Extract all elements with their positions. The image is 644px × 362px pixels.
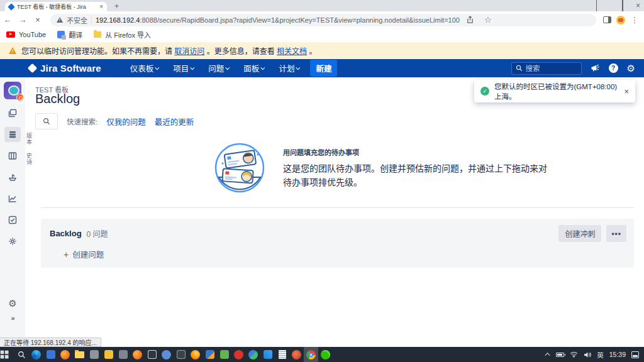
folder-icon <box>75 351 84 358</box>
section-divider <box>41 207 634 208</box>
backlog-empty-state: 用问题填充您的待办事项 这是您的团队待办事项。创建并预估新的问题，并通过上下拖动… <box>214 142 553 194</box>
start-button[interactable] <box>0 347 14 362</box>
jira-search-box[interactable] <box>511 62 582 75</box>
filter-only-my-issues[interactable]: 仅我的问题 <box>106 116 146 128</box>
new-tab-button[interactable]: + <box>114 2 119 11</box>
back-icon[interactable]: ← <box>0 15 15 25</box>
active-sprints-icon[interactable] <box>4 148 21 163</box>
security-chip-label[interactable]: 不安全 <box>67 15 87 25</box>
file-explorer[interactable] <box>72 347 87 362</box>
banner-text: 您可以临时访问管理功能。如果不再需要，请 取消访问 。更多信息，请查看 相关文档… <box>21 45 316 56</box>
backlog-section-title[interactable]: Backlog <box>50 229 82 238</box>
battery-icon[interactable] <box>556 353 564 357</box>
create-sprint-button[interactable]: 创建冲刺 <box>558 225 601 242</box>
side-panel-icon[interactable] <box>600 16 614 23</box>
window-close-button[interactable]: × <box>636 2 640 9</box>
gray-app-2[interactable] <box>116 347 130 362</box>
quick-search-input[interactable] <box>35 113 58 129</box>
project-avatar[interactable] <box>4 82 21 99</box>
project-settings-icon[interactable]: ⚙ <box>8 298 16 309</box>
vscode-app[interactable] <box>260 347 275 362</box>
create-button[interactable]: 新建 <box>310 60 337 77</box>
forward-icon[interactable]: → <box>15 15 30 25</box>
tab-close-icon[interactable]: × <box>99 4 103 10</box>
backlog-icon[interactable] <box>4 127 21 142</box>
more-actions-button[interactable]: ••• <box>606 225 626 242</box>
url-text[interactable]: 192.168.192.4:8088/secure/RapidBoard.jsp… <box>96 16 460 24</box>
red-bird-icon <box>292 350 301 359</box>
dark-do-app[interactable] <box>145 347 159 362</box>
extension-icon[interactable] <box>614 16 628 25</box>
clock[interactable]: 15:39 <box>609 351 626 358</box>
expand-sidebar-icon[interactable]: » <box>11 314 14 322</box>
jira-logo[interactable]: Jira Software <box>29 63 101 74</box>
red-app[interactable] <box>231 347 246 362</box>
wechat-app[interactable] <box>318 347 333 362</box>
releases-icon[interactable] <box>4 170 21 185</box>
boards-stack-icon[interactable] <box>4 106 21 121</box>
stop-loading-icon[interactable]: × <box>30 15 45 25</box>
firefox-app[interactable] <box>188 347 203 362</box>
notepad-app[interactable] <box>275 347 289 362</box>
edge-app[interactable] <box>29 347 43 362</box>
blue-app-2[interactable] <box>159 347 174 362</box>
create-issue-link[interactable]: + 创建问题 <box>64 248 104 260</box>
red-bird-app[interactable] <box>289 347 304 362</box>
feedback-megaphone-icon[interactable] <box>591 64 600 72</box>
taskbar-search-button[interactable] <box>14 347 29 362</box>
orange-app-2[interactable] <box>130 347 145 362</box>
menu-issues[interactable]: 问题 <box>208 62 230 74</box>
menu-boards[interactable]: 面板 <box>243 62 265 74</box>
blue-orange-app[interactable] <box>203 347 217 362</box>
bookmark-translate[interactable]: 翻译 <box>57 30 82 40</box>
help-icon[interactable]: ? <box>609 63 618 73</box>
yellow-app[interactable] <box>101 347 116 362</box>
blue-orange-app-icon <box>206 350 214 359</box>
action-center-icon[interactable] <box>631 351 639 358</box>
browser-toolbar: ← → × 不安全 192.168.192.4:8088/secure/Rapi… <box>0 11 644 28</box>
menu-plans[interactable]: 计划 <box>279 62 300 74</box>
gray-app-1[interactable] <box>87 347 101 362</box>
components-icon[interactable] <box>4 234 21 249</box>
share-icon[interactable] <box>464 16 477 24</box>
menu-projects[interactable]: 项目 <box>173 62 194 74</box>
related-docs-link[interactable]: 相关文档 <box>277 47 307 56</box>
cancel-access-link[interactable]: 取消访问 <box>174 47 204 56</box>
filter-recently-updated[interactable]: 最近的更新 <box>155 116 194 128</box>
menu-dashboards[interactable]: 仪表板 <box>130 62 160 74</box>
blue-green-app[interactable] <box>246 347 260 362</box>
page-title: Backlog <box>35 92 80 106</box>
do-app-icon <box>148 350 157 359</box>
window-maximize-button[interactable] <box>622 0 623 11</box>
address-bar[interactable]: 不安全 192.168.192.4:8088/secure/RapidBoard… <box>50 14 596 26</box>
settings-gear-icon[interactable]: ⚙ <box>627 63 635 73</box>
jira-search-input[interactable] <box>526 65 576 72</box>
tab-search-chevron-icon[interactable] <box>596 0 597 11</box>
versions-panel-tab[interactable]: 版本 <box>25 133 33 145</box>
green-app[interactable] <box>217 347 231 362</box>
toast-close-icon[interactable]: × <box>624 87 629 96</box>
gray-app-icon <box>90 350 99 359</box>
bookmark-star-icon[interactable]: ☆ <box>481 15 495 25</box>
yellow-app-icon <box>104 350 113 359</box>
bookmark-firefox-import[interactable]: 从 Firefox 导入 <box>94 30 151 40</box>
browser-menu-icon[interactable]: ⋮ <box>628 16 641 25</box>
issues-icon[interactable] <box>4 212 21 228</box>
tab-title: TEST 看板 - 敏捷看板 - Jira <box>17 3 96 11</box>
speaker-icon[interactable] <box>584 351 591 358</box>
reports-icon[interactable] <box>4 191 21 206</box>
chrome-app-active[interactable] <box>304 347 318 362</box>
blue-app[interactable] <box>43 347 58 362</box>
tray-expand-chevron-icon[interactable] <box>545 353 550 358</box>
youtube-icon <box>6 31 15 38</box>
chevron-down-icon <box>226 65 230 70</box>
empty-backlog-illustration <box>214 142 265 194</box>
input-language-indicator[interactable]: 英 <box>597 350 604 359</box>
backlog-issue-count: 0 问题 <box>87 228 108 239</box>
epics-panel-tab[interactable]: 史诗 <box>25 153 33 165</box>
bookmark-youtube[interactable]: YouTube <box>6 31 46 38</box>
browser-tab[interactable]: TEST 看板 - 敏捷看板 - Jira × <box>5 2 107 11</box>
wifi-icon[interactable] <box>570 351 578 358</box>
orange-app-1[interactable] <box>58 347 72 362</box>
r-app[interactable] <box>174 347 188 362</box>
